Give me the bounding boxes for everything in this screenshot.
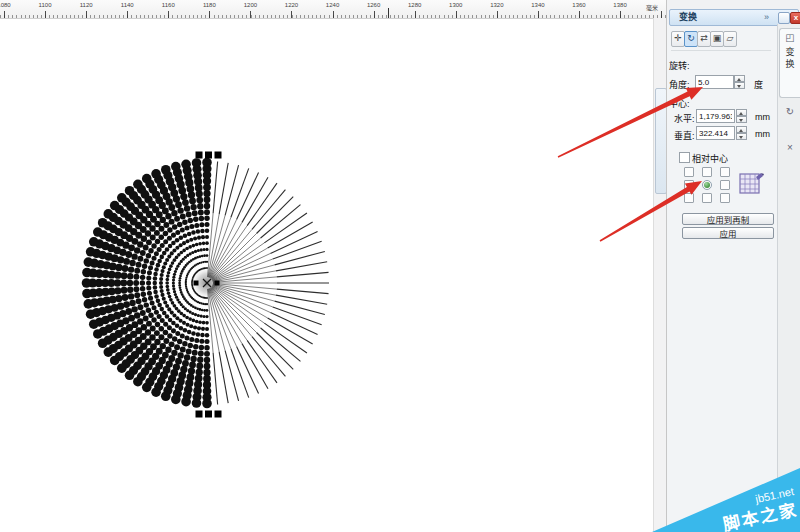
- center-section-label: 中心:: [669, 97, 690, 110]
- horizontal-input[interactable]: [696, 109, 735, 123]
- center-grid-cell-2[interactable]: [720, 167, 730, 177]
- vertical-input[interactable]: [696, 126, 735, 140]
- ruler-label: 1260: [367, 2, 380, 8]
- transform-docker: 变换 » x ✛↻⇄▣▱ 旋转: 角度: 度 中心: 水平: mm 垂直: mm…: [666, 0, 800, 532]
- ruler-label: 1360: [572, 2, 585, 8]
- horizontal-unit-label: mm: [755, 112, 770, 122]
- transform-tab-label: 变换: [784, 47, 797, 71]
- center-grid-cell-6[interactable]: [684, 193, 694, 203]
- tool-scale-mirror-button[interactable]: ⇄: [697, 31, 711, 47]
- tabstrip-close-icon[interactable]: ×: [778, 142, 800, 153]
- ruler-unit-label: 毫米: [646, 3, 658, 12]
- ruler-label: 1240: [326, 2, 339, 8]
- docker-minimize-button[interactable]: [778, 12, 790, 24]
- ruler-label: 1160: [162, 2, 175, 8]
- horizontal-spin-up-button[interactable]: [736, 109, 747, 116]
- apply-button[interactable]: 应用: [682, 227, 774, 239]
- transform-tab-icon: ◰: [780, 32, 800, 43]
- docker-tabstrip: ◰ 变换 ↻ ×: [777, 24, 800, 532]
- rotate-section-label: 旋转:: [669, 59, 690, 72]
- center-grid-cell-1[interactable]: [702, 167, 712, 177]
- docker-expand-chevron[interactable]: »: [764, 10, 769, 25]
- ruler-label: 1140: [121, 2, 134, 8]
- ruler-label: 1340: [531, 2, 544, 8]
- docker-title: 变换: [679, 10, 697, 25]
- angle-spin-down-button[interactable]: [734, 82, 745, 89]
- horizontal-label: 水平:: [674, 112, 695, 125]
- center-grid-cell-3[interactable]: [684, 180, 694, 190]
- center-grid-cell-7[interactable]: [702, 193, 712, 203]
- vertical-unit-label: mm: [755, 129, 770, 139]
- center-grid-selected-radio[interactable]: [702, 180, 712, 190]
- ruler-label: 1180: [203, 2, 216, 8]
- vertical-spinner: [736, 126, 747, 140]
- tool-position-button[interactable]: ✛: [671, 31, 685, 47]
- angle-input[interactable]: [695, 75, 734, 89]
- ruler-label: 1120: [80, 2, 93, 8]
- angle-label: 角度:: [669, 78, 690, 91]
- angle-spinner: [734, 75, 745, 89]
- center-grid-cell-0[interactable]: [684, 167, 694, 177]
- horizontal-ruler: 1080110011201140116011801200122012401260…: [0, 0, 666, 19]
- center-grid-cell-8[interactable]: [720, 193, 730, 203]
- relative-center-label: 相对中心: [692, 152, 728, 165]
- ruler-label: 1280: [408, 2, 421, 8]
- rotate-docker-icon[interactable]: ↻: [778, 106, 800, 117]
- vertical-scrollbar[interactable]: [653, 18, 667, 532]
- ruler-label: 1080: [0, 2, 11, 8]
- toolbar-separator: [671, 50, 771, 51]
- ruler-label: 1300: [449, 2, 462, 8]
- tool-size-button[interactable]: ▣: [710, 31, 724, 47]
- tool-skew-button[interactable]: ▱: [723, 31, 737, 47]
- angle-spin-up-button[interactable]: [734, 75, 745, 82]
- ruler-label: 1320: [490, 2, 503, 8]
- vertical-spin-down-button[interactable]: [736, 133, 747, 140]
- transform-docker-tab[interactable]: ◰ 变换: [779, 28, 800, 98]
- duplicate-grid-icon: [738, 168, 765, 196]
- ruler-major-ticks: [0, 11, 666, 18]
- tool-rotate-button[interactable]: ↻: [684, 31, 698, 47]
- apply-to-duplicate-button[interactable]: 应用到再制: [682, 213, 774, 225]
- horizontal-spinner: [736, 109, 747, 123]
- ruler-label: 1220: [285, 2, 298, 8]
- horizontal-spin-down-button[interactable]: [736, 116, 747, 123]
- ruler-label: 1100: [39, 2, 52, 8]
- docker-close-button[interactable]: x: [790, 12, 800, 24]
- drawing-canvas[interactable]: [0, 18, 653, 532]
- vertical-spin-up-button[interactable]: [736, 126, 747, 133]
- relative-center-checkbox[interactable]: [679, 152, 690, 163]
- vertical-label: 垂直:: [674, 129, 695, 142]
- ruler-label: 1380: [613, 2, 626, 8]
- angle-unit-label: 度: [754, 78, 763, 91]
- ruler-cursor-mark: [388, 8, 389, 18]
- coreldraw-workspace: { "ruler": { "labels": ["1080","1100","1…: [0, 0, 800, 532]
- center-grid-cell-5[interactable]: [720, 180, 730, 190]
- ruler-label: 1200: [244, 2, 257, 8]
